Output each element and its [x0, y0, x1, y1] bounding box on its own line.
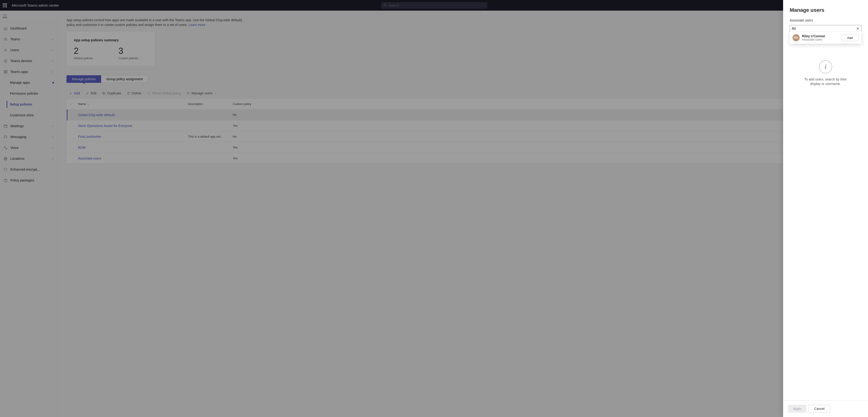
panel-empty-state: i To add users, search by their display … [783, 44, 868, 400]
user-search-box[interactable]: ✕ [790, 25, 861, 32]
add-user-button[interactable]: Add [841, 35, 859, 41]
manage-users-panel: Manage users Associate users ✕ RO Riley … [783, 0, 868, 417]
info-text: To add users, search by their display or… [802, 77, 849, 86]
search-result-item[interactable]: RO Riley o'Connor Associate Users Add [790, 32, 861, 44]
avatar: RO [793, 34, 800, 41]
cancel-button[interactable]: Cancel [809, 405, 830, 413]
panel-title: Manage users [783, 0, 868, 16]
overlay-scrim[interactable] [0, 0, 868, 417]
clear-search-icon[interactable]: ✕ [856, 26, 859, 31]
apply-button[interactable]: Apply [788, 405, 806, 413]
result-name: Riley o'Connor [802, 34, 825, 38]
panel-footer: Apply Cancel [783, 400, 868, 417]
result-subtitle: Associate Users [802, 38, 825, 41]
panel-subtitle: Associate users [783, 16, 868, 25]
user-search-input[interactable] [792, 27, 856, 30]
info-icon: i [819, 60, 832, 73]
